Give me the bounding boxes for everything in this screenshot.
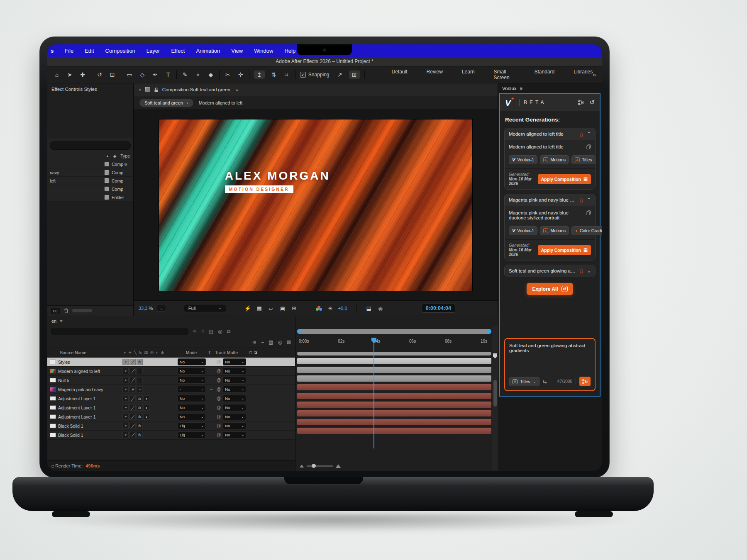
selection-tool-icon[interactable]: ➤: [66, 71, 73, 78]
brush-tool-icon[interactable]: ✎: [181, 71, 189, 78]
track-matte-pickwhip-icon[interactable]: @: [217, 369, 221, 373]
layer-duration-bar[interactable]: [297, 375, 491, 382]
workspace-small-screen[interactable]: Small Screen: [494, 69, 515, 80]
vertical-scrollbar[interactable]: [493, 380, 497, 407]
trash-icon[interactable]: [579, 132, 583, 136]
effect-controls-tab[interactable]: Effect Controls Styles: [51, 87, 129, 92]
3d-column-icon[interactable]: ⊕: [161, 351, 164, 355]
layer-row[interactable]: Black Solid 1 ⌖╱fx Lig⌄ @ No⌄: [47, 431, 295, 440]
blend-mode-dropdown[interactable]: No⌄: [178, 413, 206, 420]
track-matte-dropdown[interactable]: No⌄: [223, 386, 246, 393]
blend-mode-dropdown[interactable]: Lig⌄: [178, 422, 206, 429]
workspace-libraries[interactable]: Libraries: [574, 69, 593, 80]
blend-mode-dropdown[interactable]: No⌄: [178, 395, 206, 402]
panel-menu-icon[interactable]: ≡: [236, 87, 239, 92]
layer-duration-bar[interactable]: [297, 393, 491, 399]
motion-blur-icon[interactable]: ◎: [218, 329, 222, 334]
trash-icon[interactable]: [579, 269, 583, 273]
track-matte-pickwhip-icon[interactable]: @: [217, 396, 221, 401]
timeline-pan-bar[interactable]: [297, 329, 491, 334]
resolution-dropdown[interactable]: Full⌄: [184, 304, 226, 312]
workflow-nodes-icon[interactable]: [578, 100, 584, 105]
prompt-composer[interactable]: Soft teal and green glowing abstract gra…: [504, 338, 596, 391]
time-ruler[interactable]: 0:00s 02s 04s 06s 08s 10s: [295, 337, 498, 350]
type-tool-icon[interactable]: T: [164, 71, 172, 78]
track-matte-dropdown[interactable]: No⌄: [223, 422, 246, 429]
project-search-input[interactable]: [50, 141, 131, 150]
track-matte-dropdown[interactable]: No⌄: [223, 377, 246, 384]
track-matte-pickwhip-icon[interactable]: @: [217, 360, 221, 364]
project-row[interactable]: Comp⧈: [47, 160, 133, 168]
generate-send-button[interactable]: [579, 377, 591, 386]
region-of-interest-icon[interactable]: ▱: [267, 305, 275, 312]
collapse-column-icon[interactable]: ☀: [128, 351, 132, 355]
channel-display-icon[interactable]: [316, 306, 322, 311]
timeline-search-input[interactable]: [51, 328, 188, 335]
composition-mini-flowchart-icon[interactable]: ≣: [193, 329, 197, 334]
breadcrumb-back-button[interactable]: Soft teal and green ‹: [139, 99, 193, 107]
draft-3d-icon[interactable]: ▤: [269, 339, 273, 345]
expand-collapse-icon[interactable]: ≋: [252, 339, 256, 345]
track-matte-pickwhip-icon[interactable]: @: [217, 424, 221, 428]
timecode-display[interactable]: 0:00:04:04: [422, 304, 455, 313]
explore-all-button[interactable]: Explore All ↺: [527, 283, 573, 295]
frame-blend-column-icon[interactable]: ▤: [144, 351, 148, 355]
composition-viewer[interactable]: ALEX MORGAN MOTION DESIGNER: [134, 110, 498, 300]
generation-card-title[interactable]: Modern aligned to left title: [509, 131, 576, 136]
zoom-out-icon[interactable]: [300, 465, 304, 467]
track-matte-dropdown[interactable]: No⌄: [223, 358, 246, 365]
layer-row[interactable]: Null 5 ⌖╱ No⌄ @ No⌄: [47, 376, 295, 385]
type-column-header[interactable]: Type: [120, 153, 130, 158]
grid-guides-icon[interactable]: ⊞: [349, 71, 360, 79]
menu-layer[interactable]: Layer: [146, 48, 160, 54]
zoom-dropdown[interactable]: ⌄: [157, 305, 166, 312]
axis-mode-world-icon[interactable]: ⇅: [270, 71, 278, 78]
layer-duration-bar[interactable]: [297, 410, 491, 416]
axis-mode-view-icon[interactable]: ⌗: [283, 71, 290, 78]
project-row[interactable]: navy Comp: [47, 168, 133, 177]
shape-tool-icon[interactable]: ◇: [139, 71, 146, 78]
project-row[interactable]: Folder: [47, 193, 133, 202]
workspace-review[interactable]: Review: [427, 69, 443, 80]
unlock-icon[interactable]: [154, 87, 159, 93]
voolux-tab[interactable]: Voolux ≡: [498, 83, 602, 93]
blend-mode-dropdown[interactable]: No⌄: [178, 368, 206, 375]
clone-stamp-tool-icon[interactable]: ⌖: [194, 71, 202, 78]
t-column[interactable]: T: [206, 350, 213, 355]
blend-mode-dropdown[interactable]: No⌄: [178, 404, 206, 411]
exposure-shutter-icon[interactable]: ✳: [327, 305, 334, 312]
snapping-toggle[interactable]: ✓ Snapping: [300, 72, 330, 78]
rectangle-tool-icon[interactable]: ▭: [126, 71, 133, 78]
zoom-level[interactable]: 33,3: [139, 306, 147, 311]
panel-menu-icon[interactable]: ≡: [60, 319, 62, 324]
camera-tool-icon[interactable]: ⊡: [109, 71, 116, 78]
generation-card-title[interactable]: Magenta pink and navy blue duotone styli…: [509, 197, 576, 202]
marker-shield-icon[interactable]: [493, 353, 497, 358]
menu-file[interactable]: File: [65, 48, 73, 54]
axis-mode-local-icon[interactable]: ↥: [254, 71, 265, 79]
zoom-slider-knob[interactable]: [312, 464, 316, 468]
layer-row[interactable]: Styles ⌖╱fx No⌄ @ No⌄: [47, 358, 295, 367]
apply-composition-button[interactable]: Apply Composition⊞: [538, 174, 591, 184]
home-icon[interactable]: ⌂: [53, 71, 61, 78]
snap-options-icon[interactable]: ↗: [336, 71, 344, 78]
workspace-default[interactable]: Default: [392, 69, 408, 80]
copy-icon[interactable]: [586, 144, 591, 149]
snapping-checkbox-icon[interactable]: ✓: [300, 72, 306, 78]
layer-row[interactable]: Modern aligned to left ⌖╱ No⌄ @ No⌄: [47, 367, 295, 376]
blend-mode-dropdown[interactable]: No⌄: [178, 377, 206, 384]
blend-mode-dropdown[interactable]: No⌄: [178, 358, 206, 365]
composition-tab-title[interactable]: Composition Soft teal and green: [162, 87, 230, 92]
adjustment-column-icon[interactable]: ◐: [156, 351, 158, 355]
motion-blur-enable-icon[interactable]: ◎: [278, 339, 282, 345]
show-snapshot-icon[interactable]: ◉: [377, 305, 384, 312]
copy-icon[interactable]: [586, 210, 591, 215]
fast-preview-icon[interactable]: ⚡: [244, 305, 251, 312]
tool-type-dropdown[interactable]: A Titles ⌄: [509, 377, 540, 386]
apply-composition-button[interactable]: Apply Composition⊞: [538, 245, 591, 255]
trash-icon[interactable]: [579, 198, 583, 202]
track-matte-pickwhip-icon[interactable]: @: [217, 433, 221, 437]
project-row[interactable]: left Comp: [47, 177, 133, 185]
graph-editor-icon[interactable]: ⧉: [227, 329, 231, 334]
menu-edit[interactable]: Edit: [85, 48, 94, 54]
